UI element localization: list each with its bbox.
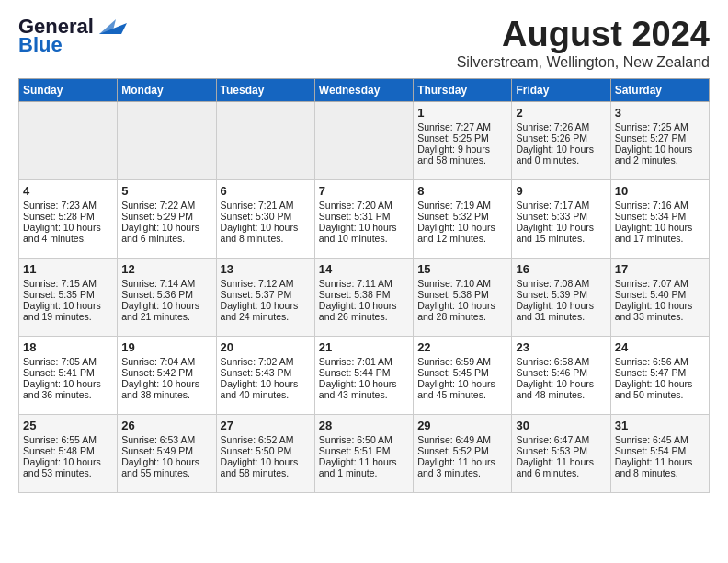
calendar-cell: 28Sunrise: 6:50 AMSunset: 5:51 PMDayligh… [314, 415, 413, 493]
daylight-text: Daylight: 10 hours and 6 minutes. [121, 222, 211, 244]
daylight-text: Daylight: 10 hours and 4 minutes. [23, 222, 113, 244]
daylight-text: Daylight: 10 hours and 10 minutes. [319, 222, 409, 244]
calendar-table: SundayMondayTuesdayWednesdayThursdayFrid… [18, 78, 710, 493]
day-number: 2 [516, 106, 606, 120]
sunrise-text: Sunrise: 7:17 AM [516, 200, 606, 211]
sunset-text: Sunset: 5:25 PM [417, 132, 507, 144]
daylight-text: Daylight: 11 hours and 8 minutes. [615, 456, 705, 478]
logo: General Blue [18, 15, 127, 57]
sunrise-text: Sunrise: 7:01 AM [319, 356, 409, 367]
day-number: 5 [121, 184, 211, 198]
sunrise-text: Sunrise: 6:56 AM [615, 356, 705, 367]
sunrise-text: Sunrise: 6:47 AM [516, 434, 606, 445]
daylight-text: Daylight: 10 hours and 12 minutes. [417, 222, 507, 244]
calendar-cell: 7Sunrise: 7:20 AMSunset: 5:31 PMDaylight… [314, 180, 413, 259]
daylight-text: Daylight: 10 hours and 17 minutes. [615, 222, 705, 244]
sunrise-text: Sunrise: 7:25 AM [615, 121, 705, 132]
day-header-thursday: Thursday [414, 79, 512, 102]
sunset-text: Sunset: 5:39 PM [516, 289, 606, 300]
calendar-cell: 1Sunrise: 7:27 AMSunset: 5:25 PMDaylight… [414, 102, 512, 180]
day-header-monday: Monday [118, 79, 216, 102]
day-header-saturday: Saturday [610, 79, 709, 102]
daylight-text: Daylight: 10 hours and 48 minutes. [516, 378, 606, 400]
day-number: 31 [615, 419, 705, 432]
calendar-cell: 2Sunrise: 7:26 AMSunset: 5:26 PMDaylight… [512, 102, 610, 180]
calendar-cell [314, 102, 413, 180]
calendar-week-row: 25Sunrise: 6:55 AMSunset: 5:48 PMDayligh… [19, 415, 710, 493]
sunset-text: Sunset: 5:26 PM [516, 132, 606, 144]
calendar-week-row: 1Sunrise: 7:27 AMSunset: 5:25 PMDaylight… [19, 102, 710, 180]
sunrise-text: Sunrise: 7:08 AM [516, 278, 606, 289]
sunset-text: Sunset: 5:42 PM [121, 367, 211, 378]
sunrise-text: Sunrise: 7:05 AM [23, 356, 113, 367]
day-number: 15 [417, 262, 507, 276]
day-number: 26 [121, 419, 211, 432]
day-number: 28 [319, 419, 409, 432]
day-number: 23 [516, 340, 606, 354]
day-number: 7 [319, 184, 409, 198]
calendar-cell: 19Sunrise: 7:04 AMSunset: 5:42 PMDayligh… [118, 337, 216, 415]
sunrise-text: Sunrise: 7:04 AM [121, 356, 211, 367]
day-number: 27 [221, 419, 311, 432]
day-number: 12 [121, 262, 211, 276]
calendar-cell: 23Sunrise: 6:58 AMSunset: 5:46 PMDayligh… [512, 337, 610, 415]
sunrise-text: Sunrise: 7:27 AM [417, 121, 507, 132]
day-number: 14 [319, 262, 409, 276]
sunrise-text: Sunrise: 7:11 AM [319, 278, 409, 289]
day-header-friday: Friday [512, 79, 610, 102]
calendar-cell: 5Sunrise: 7:22 AMSunset: 5:29 PMDaylight… [118, 180, 216, 259]
calendar-cell: 22Sunrise: 6:59 AMSunset: 5:45 PMDayligh… [414, 337, 512, 415]
sunset-text: Sunset: 5:33 PM [516, 211, 606, 222]
sunset-text: Sunset: 5:52 PM [417, 445, 507, 456]
day-number: 17 [615, 262, 705, 276]
calendar-cell: 15Sunrise: 7:10 AMSunset: 5:38 PMDayligh… [414, 259, 512, 337]
sunset-text: Sunset: 5:28 PM [23, 211, 113, 222]
sunrise-text: Sunrise: 6:49 AM [417, 434, 507, 445]
sunset-text: Sunset: 5:48 PM [23, 445, 113, 456]
day-number: 10 [615, 184, 705, 198]
day-number: 6 [221, 184, 311, 198]
calendar-cell: 21Sunrise: 7:01 AMSunset: 5:44 PMDayligh… [314, 337, 413, 415]
daylight-text: Daylight: 9 hours and 58 minutes. [417, 144, 507, 166]
calendar-cell [118, 102, 216, 180]
calendar-cell: 14Sunrise: 7:11 AMSunset: 5:38 PMDayligh… [314, 259, 413, 337]
daylight-text: Daylight: 10 hours and 45 minutes. [417, 378, 507, 400]
daylight-text: Daylight: 10 hours and 19 minutes. [23, 300, 113, 322]
daylight-text: Daylight: 10 hours and 0 minutes. [516, 144, 606, 166]
day-number: 25 [23, 419, 113, 432]
day-number: 19 [121, 340, 211, 354]
calendar-cell: 12Sunrise: 7:14 AMSunset: 5:36 PMDayligh… [118, 259, 216, 337]
daylight-text: Daylight: 10 hours and 31 minutes. [516, 300, 606, 322]
day-header-sunday: Sunday [19, 79, 118, 102]
sunset-text: Sunset: 5:30 PM [221, 211, 311, 222]
day-number: 24 [615, 340, 705, 354]
calendar-cell [216, 102, 314, 180]
daylight-text: Daylight: 10 hours and 26 minutes. [319, 300, 409, 322]
daylight-text: Daylight: 10 hours and 8 minutes. [221, 222, 311, 244]
calendar-cell: 24Sunrise: 6:56 AMSunset: 5:47 PMDayligh… [610, 337, 709, 415]
sunset-text: Sunset: 5:32 PM [417, 211, 507, 222]
sunset-text: Sunset: 5:46 PM [516, 367, 606, 378]
calendar-cell: 4Sunrise: 7:23 AMSunset: 5:28 PMDaylight… [19, 180, 118, 259]
sunset-text: Sunset: 5:49 PM [121, 445, 211, 456]
calendar-cell: 20Sunrise: 7:02 AMSunset: 5:43 PMDayligh… [216, 337, 314, 415]
calendar-cell: 30Sunrise: 6:47 AMSunset: 5:53 PMDayligh… [512, 415, 610, 493]
day-header-wednesday: Wednesday [314, 79, 413, 102]
calendar-week-row: 4Sunrise: 7:23 AMSunset: 5:28 PMDaylight… [19, 180, 710, 259]
sunrise-text: Sunrise: 6:53 AM [121, 434, 211, 445]
calendar-cell: 16Sunrise: 7:08 AMSunset: 5:39 PMDayligh… [512, 259, 610, 337]
sunset-text: Sunset: 5:40 PM [615, 289, 705, 300]
sunrise-text: Sunrise: 7:02 AM [221, 356, 311, 367]
daylight-text: Daylight: 10 hours and 38 minutes. [121, 378, 211, 400]
sunrise-text: Sunrise: 7:14 AM [121, 278, 211, 289]
daylight-text: Daylight: 10 hours and 40 minutes. [221, 378, 311, 400]
day-number: 29 [417, 419, 507, 432]
calendar-week-row: 18Sunrise: 7:05 AMSunset: 5:41 PMDayligh… [19, 337, 710, 415]
sunset-text: Sunset: 5:43 PM [221, 367, 311, 378]
day-number: 20 [221, 340, 311, 354]
sunrise-text: Sunrise: 6:45 AM [615, 434, 705, 445]
day-number: 9 [516, 184, 606, 198]
sunset-text: Sunset: 5:35 PM [23, 289, 113, 300]
sunset-text: Sunset: 5:53 PM [516, 445, 606, 456]
sunset-text: Sunset: 5:54 PM [615, 445, 705, 456]
